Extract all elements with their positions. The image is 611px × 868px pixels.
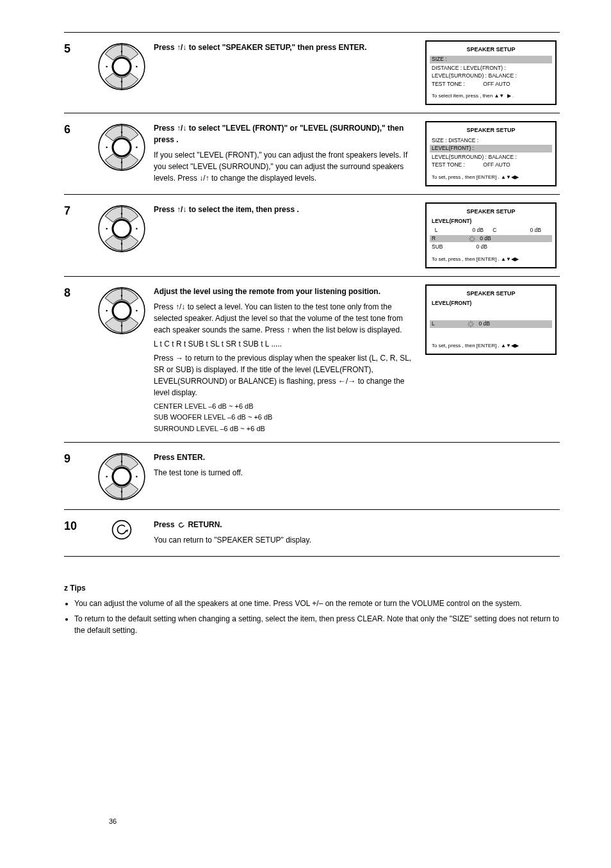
screen-footer: To set, press , then [ENTER] . ▲▼◀▶	[432, 174, 550, 181]
svg-point-7	[113, 138, 131, 156]
tip-item: You can adjust the volume of all the spe…	[74, 598, 560, 609]
step-title: Adjust the level using the remote from y…	[154, 286, 418, 297]
updown-icon: ↑/↓	[177, 124, 186, 133]
updown-icon: ↑/↓	[177, 205, 186, 214]
svg-line-25	[470, 240, 471, 241]
level-table: CENTER LEVEL –6 dB ~ +6 dB SUB WOOFER LE…	[154, 401, 418, 435]
step-9: 9 Press ENTER. The test tone is turned o…	[64, 443, 560, 510]
step-10: 10 Press RETURN. You can return to "SPEA…	[64, 510, 560, 557]
screen-title: SPEAKER SETUP	[432, 208, 550, 215]
screen-line-hl: R 0 dB	[430, 235, 552, 242]
step-7: 7 Press ↑/↓ to select the item, then pre…	[64, 195, 560, 277]
svg-line-37	[472, 325, 473, 326]
tips-heading: z Tips	[64, 582, 560, 594]
tips-section: z Tips You can adjust the volume of all …	[64, 582, 560, 636]
svg-line-38	[472, 322, 473, 323]
svg-point-4	[106, 66, 107, 67]
text: Press	[154, 205, 177, 214]
screen-line: LEVEL(FRONT) :	[464, 65, 506, 71]
screen-line: LEVEL(SURROUND) :	[432, 72, 487, 79]
step-subtext: Press ↑/↓ to select a level. You can lis…	[154, 301, 418, 336]
text: Press	[154, 43, 177, 52]
screen-line-hl: SIZE :	[430, 56, 552, 63]
svg-line-39	[469, 325, 470, 326]
step-subtext: If you select "LEVEL (FRONT)," you can a…	[154, 149, 418, 184]
svg-point-3	[121, 81, 122, 82]
step-text: Press ↑/↓ to select "SPEAKER SETUP," the…	[154, 40, 425, 105]
screen-subhead: LEVEL(FRONT)	[432, 300, 550, 307]
step-5: 5 Press ↑/↓ to select "SPEAKER SETUP," t…	[64, 33, 560, 113]
svg-point-1	[113, 58, 131, 76]
updown-icon: ↑/↓	[175, 302, 185, 311]
leftright-icon: ←/→	[338, 377, 355, 386]
text: to select "LEVEL (FRONT)" or "LEVEL (SUR…	[154, 124, 403, 144]
svg-point-46	[113, 521, 131, 539]
svg-point-16	[106, 228, 107, 229]
screen-line: BALANCE :	[488, 154, 516, 160]
step-subtext: Press → to return to the previous displa…	[154, 352, 418, 398]
text: to select the item, then press .	[186, 205, 298, 214]
tip-item: To return to the default setting when ch…	[74, 613, 560, 636]
dpad-icon	[90, 284, 154, 435]
svg-point-17	[136, 228, 137, 229]
step-number: 10	[64, 518, 90, 548]
steps-table: 5 Press ↑/↓ to select "SPEAKER SETUP," t…	[64, 32, 560, 557]
text: Press	[154, 124, 177, 133]
step-number: 7	[64, 202, 90, 268]
svg-point-8	[121, 131, 122, 133]
step-8: 8 Adjust the level using the remote from…	[64, 277, 560, 443]
screen-line: TEST TONE : OFF AUTO	[432, 81, 510, 87]
svg-point-30	[106, 309, 107, 311]
step-number: 6	[64, 121, 90, 186]
step-number: 8	[64, 284, 90, 435]
step-subtext: The test tone is turned off.	[154, 467, 418, 479]
dpad-icon	[90, 121, 154, 186]
svg-point-13	[113, 220, 131, 238]
step-number: 9	[64, 450, 90, 502]
svg-point-15	[121, 243, 122, 244]
screen-line: C 0 dB	[485, 227, 541, 233]
level-row: SUB WOOFER LEVEL –6 dB ~ +6 dB	[154, 412, 418, 423]
screen-line: LEVEL(SURROUND) :	[432, 154, 487, 160]
downup-icon: ↓/↑	[199, 174, 209, 183]
screen-line: SIZE :	[432, 137, 447, 143]
svg-line-22	[470, 236, 471, 238]
step-6: 6 Press ↑/↓ to select "LEVEL (FRONT)" or…	[64, 113, 560, 195]
page-number: 36	[109, 816, 117, 827]
screen-line: SUB 0 dB	[432, 243, 487, 250]
level-row: CENTER LEVEL –6 dB ~ +6 dB	[154, 401, 418, 413]
svg-point-10	[106, 147, 107, 148]
osd-screen: SPEAKER SETUP LEVEL(FRONT) L 0 dB C 0 dB…	[425, 202, 557, 268]
screen-line: L 0 dB	[432, 227, 484, 233]
return-icon	[177, 520, 186, 529]
osd-screen: SPEAKER SETUP LEVEL(FRONT) L 0 dB To set…	[425, 284, 557, 355]
svg-point-41	[113, 468, 131, 486]
svg-point-11	[136, 147, 137, 148]
svg-point-27	[113, 302, 131, 320]
osd-screen: SPEAKER SETUP SIZE : DISTANCE : LEVEL(FR…	[425, 40, 557, 105]
svg-point-31	[136, 309, 137, 311]
screen-line: DISTANCE :	[448, 137, 478, 143]
right-icon: →	[175, 354, 183, 363]
step-title: Press ENTER.	[154, 452, 418, 463]
svg-point-45	[136, 476, 137, 477]
screen-footer: To select item, press , then ▲▼ ▶ .	[432, 93, 550, 100]
updown-icon: ↑/↓	[177, 43, 186, 52]
step-number: 5	[64, 40, 90, 105]
screen-title: SPEAKER SETUP	[432, 126, 550, 134]
text: RETURN.	[188, 520, 222, 529]
screen-title: SPEAKER SETUP	[432, 290, 550, 297]
return-button-icon	[90, 518, 154, 548]
text: Press	[154, 520, 177, 529]
svg-point-9	[121, 161, 122, 163]
svg-line-24	[473, 236, 475, 238]
dpad-icon	[90, 202, 154, 268]
svg-point-28	[121, 295, 122, 296]
level-row: SURROUND LEVEL –6 dB ~ +6 dB	[154, 423, 418, 435]
screen-subhead: LEVEL(FRONT)	[432, 218, 550, 225]
screen-line: BALANCE :	[488, 72, 516, 79]
tone-sequence: L t C t R t SUB t SL t SR t SUB t L ....…	[154, 338, 418, 350]
svg-point-44	[106, 476, 107, 477]
svg-line-36	[469, 322, 470, 323]
svg-point-14	[121, 213, 122, 214]
